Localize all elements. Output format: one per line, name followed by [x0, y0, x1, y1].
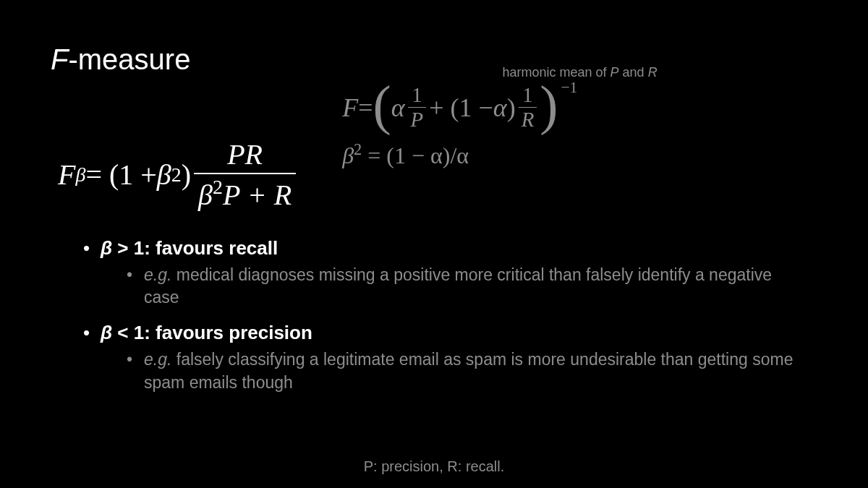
fbeta-sq: 2 — [171, 163, 182, 187]
right-column: harmonic mean of P and R F = ( α 1 P + (… — [342, 65, 817, 169]
falpha-formula: F = ( α 1 P + (1 − α) 1 R ) −1 — [342, 83, 817, 132]
footer-note: P: precision, R: recall. — [0, 458, 868, 475]
fbeta-close: ) — [182, 158, 191, 192]
bullet-list: β > 1: favours recall e.g. medical diagn… — [83, 237, 807, 393]
harmonic-mean-label: harmonic mean of P and R — [342, 65, 817, 80]
beta-alpha-relation: β2 = (1 − α)/α — [342, 140, 817, 169]
fbeta-den: β2P + R — [194, 173, 296, 212]
frac-1R: 1 R — [519, 83, 537, 132]
close-paren: ) — [540, 84, 558, 127]
fbeta-num: PR — [223, 137, 267, 173]
falpha-eq: = — [358, 93, 373, 123]
formula-row: Fβ = (1 + β2) PR β2P + R harmonic mean o… — [51, 94, 817, 212]
frac-1P: 1 P — [408, 83, 427, 132]
fbeta-beta2: β — [157, 158, 171, 192]
slide: F-measure Fβ = (1 + β2) PR β2P + R harmo… — [0, 0, 868, 488]
bullet-recall: β > 1: favours recall — [83, 237, 807, 260]
falpha-neg1: −1 — [561, 79, 577, 97]
fbeta-beta-sub: β — [75, 163, 85, 187]
fbeta-eq: = (1 + — [85, 158, 156, 192]
fbeta-F: F — [58, 158, 75, 192]
bullet-recall-example: e.g. medical diagnoses missing a positiv… — [127, 264, 807, 309]
title-suffix: -measure — [68, 43, 190, 75]
fbeta-fraction: PR β2P + R — [194, 137, 296, 212]
fbeta-formula: Fβ = (1 + β2) PR β2P + R — [58, 137, 299, 212]
title-F: F — [51, 43, 68, 75]
falpha-plus: + (1 − — [429, 93, 493, 123]
open-paren: ( — [373, 84, 391, 127]
falpha-F: F — [342, 93, 358, 123]
falpha-alpha1: α — [391, 93, 405, 123]
bullet-precision: β < 1: favours precision — [83, 322, 807, 344]
bullet-precision-example: e.g. falsely classifying a legitimate em… — [127, 348, 807, 393]
